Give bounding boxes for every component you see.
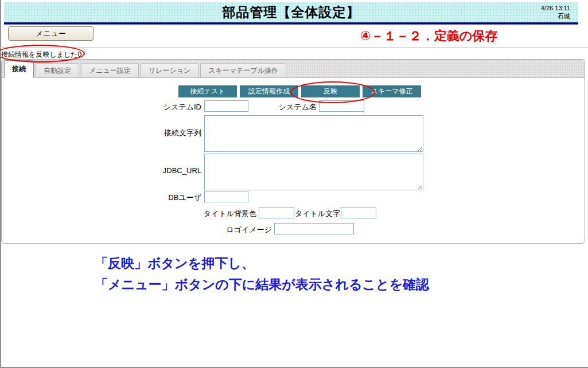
page-title: 部品管理【全体設定】 <box>4 2 578 22</box>
annotation-note: 「反映」ボタンを押下し、 「メニュー」ボタンの下に結果が表示されることを確認 <box>95 253 429 295</box>
title-bg-color-input[interactable] <box>259 207 294 218</box>
header-meta: 4/26 13:11 石城 <box>541 4 570 20</box>
system-id-input[interactable] <box>204 100 248 112</box>
schema-fix-button[interactable]: スキーマ修正 <box>363 85 421 97</box>
annotation-note-line2: 「メニュー」ボタンの下に結果が表示されることを確認 <box>95 274 429 295</box>
jdbc-url-textarea[interactable] <box>204 154 423 190</box>
create-config-button[interactable]: 設定情報作成 <box>240 85 298 97</box>
menu-button[interactable]: メニュー <box>8 26 94 41</box>
tab-relation[interactable]: リレーション <box>141 63 198 77</box>
db-user-input[interactable] <box>204 191 248 202</box>
db-user-label: DBユーザ <box>138 193 201 203</box>
user-name-label: 石城 <box>541 12 570 20</box>
apply-button[interactable]: 反映 <box>301 85 360 97</box>
tab-connection[interactable]: 接続 <box>4 60 34 78</box>
system-name-label: システム名 <box>248 102 317 112</box>
header-underline <box>4 22 578 25</box>
tab-bar: 接続 自動設定 メニュー設定 リレーション スキーマテーブル操作 <box>2 60 585 78</box>
connection-string-textarea[interactable] <box>204 115 423 152</box>
system-id-label: システムID <box>138 102 201 112</box>
annotation-note-line1: 「反映」ボタンを押下し、 <box>95 253 429 274</box>
connection-string-label: 接続文字列 <box>138 128 201 138</box>
logo-image-input[interactable] <box>274 223 354 234</box>
tab-menu-setting[interactable]: メニュー設定 <box>81 63 139 77</box>
tabs-widget: 接続 自動設定 メニュー設定 リレーション スキーマテーブル操作 接続テスト 設… <box>1 59 585 244</box>
datetime-label: 4/26 13:11 <box>541 4 570 12</box>
title-bg-color-label: タイトル背景色 <box>174 209 256 219</box>
connection-test-button[interactable]: 接続テスト <box>178 85 237 97</box>
header-divider <box>0 47 588 48</box>
tab-auto-setting[interactable]: 自動設定 <box>36 63 79 77</box>
app-header: 部品管理【全体設定】 4/26 13:11 石城 <box>4 2 578 22</box>
status-message: 接続情報を反映しました0 <box>1 50 81 60</box>
page: 部品管理【全体設定】 4/26 13:11 石城 メニュー ④－１－２．定義の保… <box>0 0 588 368</box>
jdbc-url-label: JDBC_URL <box>138 166 201 175</box>
title-text-color-label: タイトル文字色 <box>295 209 338 219</box>
logo-image-label: ロゴイメージ <box>191 225 272 235</box>
title-text-color-input[interactable] <box>341 207 376 218</box>
tab-schema-table-operation[interactable]: スキーマテーブル操作 <box>200 63 286 77</box>
annotation-step-title: ④－１－２．定義の保存 <box>360 28 497 45</box>
system-name-input[interactable] <box>319 100 364 112</box>
